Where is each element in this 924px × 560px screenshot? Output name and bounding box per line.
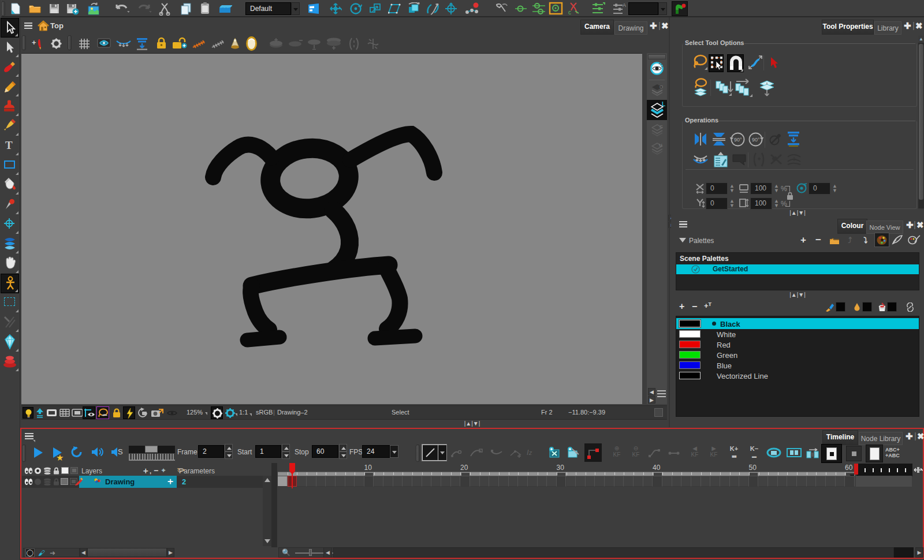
svg-text:C: C	[660, 124, 663, 129]
svg-text:O: O	[660, 84, 663, 89]
svg-text:+: +	[32, 38, 36, 47]
svg-text:90°: 90°	[752, 137, 760, 143]
svg-text:A: A	[623, 2, 626, 8]
svg-text:c: c	[568, 9, 571, 16]
svg-text:U: U	[659, 143, 662, 148]
svg-text:90°: 90°	[734, 137, 742, 143]
